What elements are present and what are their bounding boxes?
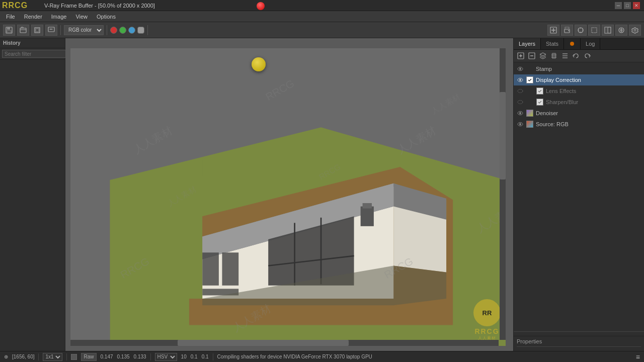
right-toolbar-icons: [547, 25, 641, 36]
maximize-button[interactable]: □: [624, 2, 631, 9]
horizontal-scrollbar[interactable]: [70, 340, 499, 346]
layer-dc-name: Display Correction: [536, 77, 641, 83]
layer-sb-icon: [536, 98, 544, 106]
rt-list-btn[interactable]: [560, 51, 570, 60]
search-input[interactable]: [2, 50, 71, 58]
tb-region-icon[interactable]: [588, 25, 600, 36]
tab-dot: [564, 38, 581, 49]
minimize-button[interactable]: ─: [615, 2, 622, 9]
layer-sb-visibility[interactable]: [517, 99, 524, 106]
toolbar: RGB color Alpha Luminance: [0, 22, 644, 38]
svg-point-67: [519, 112, 521, 114]
green-channel-dot[interactable]: [119, 27, 126, 34]
menu-view[interactable]: View: [71, 13, 92, 21]
layer-le-visibility[interactable]: [517, 87, 524, 95]
tb-settings-icon[interactable]: [629, 25, 641, 36]
tab-layers[interactable]: Layers: [514, 38, 541, 49]
options-icon[interactable]: ≡: [636, 353, 640, 361]
status-sep-3: [150, 353, 151, 360]
right-panel-divider: [514, 331, 644, 332]
svg-rect-8: [51, 29, 52, 30]
top-logo: RRCG: [2, 1, 28, 10]
layer-le-name: Lens Effects: [546, 88, 641, 94]
svg-rect-2: [7, 31, 11, 33]
layer-dc-icon: [526, 76, 534, 84]
tab-log[interactable]: Log: [581, 38, 600, 49]
svg-rect-16: [605, 27, 608, 33]
svg-point-12: [568, 30, 569, 31]
layers-list: Stamp Display Correction: [514, 62, 644, 327]
size-select[interactable]: 1x1 2x2: [43, 353, 62, 361]
rt-merge-btn[interactable]: [549, 51, 559, 60]
svg-rect-14: [592, 28, 597, 33]
tb-save-icon[interactable]: [547, 25, 559, 36]
coordinates: [1656, 60]: [12, 354, 34, 359]
menu-image[interactable]: Image: [47, 13, 71, 21]
svg-rect-27: [202, 252, 219, 286]
blue-channel-dot[interactable]: [128, 27, 135, 34]
svg-point-61: [519, 68, 521, 70]
raw-button[interactable]: Raw: [81, 353, 96, 361]
titlebar: RRCG V-Ray Frame Buffer - [50.0% of 2000…: [0, 0, 644, 11]
properties-divider: [517, 346, 641, 347]
viewport-canvas[interactable]: 人人素材 RRCG 人人素材 RRCG 人人素材 RRCG 人人素材 人人素材 …: [70, 48, 506, 346]
svg-point-65: [518, 101, 523, 104]
layer-sb-name: Sharpen/Blur: [546, 99, 641, 105]
right-panel: Layers Stats Log: [513, 38, 644, 351]
right-tabs: Layers Stats Log: [514, 38, 644, 50]
layer-source-rgb[interactable]: Source: RGB: [514, 119, 644, 130]
rt-add-btn[interactable]: [516, 51, 526, 60]
rt-remove-btn[interactable]: [527, 51, 537, 60]
rt-redo-btn[interactable]: [582, 51, 592, 60]
layer-dn-icon: [526, 109, 534, 117]
menu-render[interactable]: Render: [20, 13, 46, 21]
zoom-button[interactable]: [45, 25, 57, 36]
tb-print-icon[interactable]: [561, 25, 573, 36]
status-sep-4: [213, 353, 213, 360]
svg-rect-35: [363, 203, 372, 208]
tb-compare-icon[interactable]: [602, 25, 614, 36]
layer-src-visibility[interactable]: [517, 121, 524, 128]
save-button[interactable]: [3, 25, 15, 36]
layer-stamp-visibility[interactable]: [517, 65, 524, 72]
svg-point-64: [518, 89, 523, 93]
titlebar-controls[interactable]: ─ □ ✕: [615, 2, 640, 9]
alpha-channel-dot[interactable]: [137, 27, 144, 34]
color-space-select[interactable]: HSV RGB: [155, 353, 177, 361]
layer-sharpen-blur[interactable]: Sharpen/Blur: [514, 97, 644, 108]
svg-rect-28: [222, 252, 238, 286]
b-value: 0.133: [134, 354, 146, 359]
v-val: 0.1: [202, 354, 209, 359]
vertical-scrollbar[interactable]: [500, 48, 506, 340]
layer-lens-effects[interactable]: Lens Effects: [514, 85, 644, 97]
red-channel-dot[interactable]: [110, 27, 117, 34]
coord-icon: ⊕: [4, 354, 8, 359]
tb-color-icon[interactable]: [615, 25, 627, 36]
channel-indicator: [71, 354, 77, 360]
tab-stats[interactable]: Stats: [541, 38, 564, 49]
s-val: 0.1: [191, 354, 198, 359]
svg-rect-1: [7, 27, 10, 30]
close-button[interactable]: ✕: [633, 2, 640, 9]
frame-button[interactable]: [31, 25, 43, 36]
color-mode-select[interactable]: RGB color Alpha Luminance: [64, 25, 104, 35]
layer-dc-visibility[interactable]: [517, 76, 524, 83]
layer-display-correction[interactable]: Display Correction: [514, 74, 644, 85]
open-button[interactable]: [17, 25, 29, 36]
title-text: V-Ray Frame Buffer - [50.0% of 2000 x 20…: [44, 3, 155, 9]
layer-dn-visibility[interactable]: [517, 110, 524, 117]
rt-undo-btn[interactable]: [571, 51, 581, 60]
right-top-toolbar: [514, 50, 644, 62]
layer-stamp[interactable]: Stamp: [514, 63, 644, 74]
tb-crosshair-icon[interactable]: [575, 25, 587, 36]
statusbar: ⊕ [1656, 60] 1x1 2x2 Raw 0.147 0.135 0.1…: [0, 351, 644, 362]
svg-point-63: [519, 79, 521, 81]
menu-file[interactable]: File: [2, 13, 19, 21]
menu-options[interactable]: Options: [93, 13, 120, 21]
layer-denoiser[interactable]: Denoiser: [514, 108, 644, 119]
separator-2: [107, 25, 107, 35]
svg-point-69: [519, 123, 521, 125]
svg-rect-3: [20, 28, 26, 33]
viewport[interactable]: 人人素材 RRCG 人人素材 RRCG 人人素材 RRCG 人人素材 人人素材 …: [65, 38, 513, 351]
rt-layer-btn[interactable]: [538, 51, 548, 60]
